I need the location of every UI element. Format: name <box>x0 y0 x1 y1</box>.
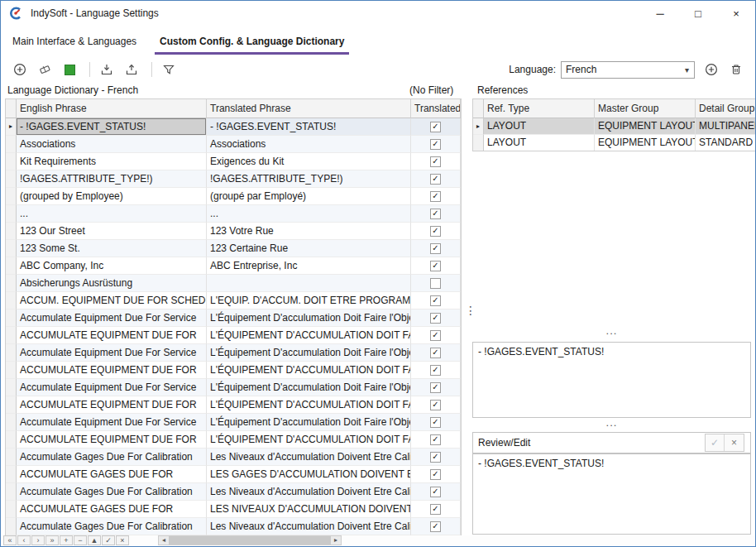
translated-flag-cell[interactable]: ✓ <box>411 379 461 396</box>
translated-checkbox[interactable]: ✓ <box>430 174 441 185</box>
export-dictionary-button[interactable] <box>121 60 142 79</box>
dictionary-row[interactable]: Accumulate Equipment Due For ServiceL'Éq… <box>6 309 461 327</box>
translated-phrase-cell[interactable]: L'ÉQUIPEMENT D'ACCUMULATION DOIT FAIRE L… <box>207 396 411 414</box>
english-phrase-cell[interactable]: Accumulate Gages Due For Calibration <box>17 518 207 535</box>
translated-phrase-cell[interactable]: Associations <box>207 136 411 153</box>
translated-flag-cell[interactable]: ✓ <box>411 240 461 257</box>
english-phrase-cell[interactable]: ... <box>17 205 207 223</box>
master-group-cell[interactable]: EQUIPMENT LAYOUTS <box>595 135 696 151</box>
english-phrase-cell[interactable]: ACCUM. EQUIPMENT DUE FOR SCHEDULE <box>17 292 207 309</box>
english-phrase-cell[interactable]: Accumulate Equipment Due For Service <box>17 379 207 396</box>
translated-flag-cell[interactable]: ✓ <box>411 170 461 188</box>
translated-phrase-cell[interactable]: Exigences du Kit <box>207 153 411 170</box>
dictionary-row[interactable]: Absicherungs Ausrüstung <box>6 275 461 292</box>
dictionary-row[interactable]: Accumulate Equipment Due For ServiceL'Éq… <box>6 344 461 362</box>
add-phrase-button[interactable] <box>9 60 31 79</box>
translated-checkbox[interactable]: ✓ <box>430 400 441 410</box>
col-translated-phrase[interactable]: Translated Phrase <box>207 99 411 118</box>
translated-checkbox[interactable]: ✓ <box>430 313 441 324</box>
translated-checkbox[interactable]: ✓ <box>430 365 441 376</box>
english-phrase-cell[interactable]: Kit Requirements <box>17 153 207 170</box>
delete-language-button[interactable] <box>725 60 747 79</box>
translated-phrase-cell[interactable]: - !GAGES.EVENT_STATUS! <box>207 118 411 136</box>
dictionary-row[interactable]: Accumulate Gages Due For CalibrationLes … <box>6 449 461 466</box>
translated-flag-cell[interactable]: ✓ <box>411 449 461 466</box>
translated-checkbox[interactable]: ✓ <box>430 348 441 358</box>
dictionary-row[interactable]: ......✓ <box>6 205 461 223</box>
dictionary-row[interactable]: 123 Our Street123 Votre Rue✓ <box>6 223 461 240</box>
reference-row[interactable]: ▸LAYOUTEQUIPMENT LAYOUTSMULTIPANEL- <box>473 118 756 135</box>
translated-flag-cell[interactable]: ✓ <box>411 257 461 275</box>
translated-flag-cell[interactable]: ✓ <box>411 344 461 362</box>
col-detail-group[interactable]: Detail Group <box>696 99 756 118</box>
english-phrase-cell[interactable]: Accumulate Gages Due For Calibration <box>17 483 207 501</box>
translated-checkbox[interactable]: ✓ <box>430 382 441 393</box>
dictionary-row[interactable]: ACCUMULATE EQUIPMENT DUE FORL'ÉQUIPEMENT… <box>6 396 461 414</box>
translated-phrase-cell[interactable]: L'Équipement D'accumulation Doit Faire l… <box>207 379 411 396</box>
dictionary-row[interactable]: ACCUM. EQUIPMENT DUE FOR SCHEDULEL'EQUIP… <box>6 292 461 309</box>
dictionary-row[interactable]: Accumulate Gages Due For CalibrationLes … <box>6 483 461 501</box>
translated-flag-cell[interactable]: ✓ <box>411 518 461 535</box>
accept-edit-button[interactable]: ✓ <box>706 434 725 451</box>
translated-flag-cell[interactable]: ✓ <box>411 223 461 240</box>
review-splitter[interactable]: ... <box>472 420 751 430</box>
erase-translation-button[interactable] <box>34 60 55 79</box>
translated-checkbox[interactable]: ✓ <box>430 156 441 167</box>
english-phrase-cell[interactable]: ACCUMULATE GAGES DUE FOR <box>17 466 207 483</box>
prev-record-button[interactable]: ‹ <box>17 535 31 545</box>
dictionary-row[interactable]: Accumulate Gages Due For CalibrationLes … <box>6 518 461 535</box>
chevron-down-icon[interactable]: ▾ <box>680 65 694 74</box>
translated-checkbox[interactable]: ✓ <box>430 434 441 445</box>
close-button[interactable]: × <box>717 1 755 26</box>
translated-phrase-cell[interactable]: 123 Certaine Rue <box>207 240 411 257</box>
translated-phrase-cell[interactable]: !GAGES.ATTRIBUTE_TYPE!) <box>207 170 411 188</box>
translated-phrase-cell[interactable]: L'EQUIP. D'ACCUM. DOIT ETRE PROGRAMMÉ <box>207 292 411 309</box>
translated-checkbox[interactable]: ✓ <box>430 487 441 497</box>
reference-row[interactable]: LAYOUTEQUIPMENT LAYOUTSSTANDARD <box>473 135 756 151</box>
english-phrase-cell[interactable]: Absicherungs Ausrüstung <box>17 275 207 292</box>
dictionary-row[interactable]: ABC Company, IncABC Entreprise, Inc✓ <box>6 257 461 275</box>
english-phrase-cell[interactable]: Accumulate Gages Due For Calibration <box>17 449 207 466</box>
dictionary-row[interactable]: ▸- !GAGES.EVENT_STATUS!- !GAGES.EVENT_ST… <box>6 118 461 136</box>
translated-flag-cell[interactable]: ✓ <box>411 205 461 223</box>
dictionary-row[interactable]: ACCUMULATE GAGES DUE FORLES GAGES D'ACCU… <box>6 466 461 483</box>
first-record-button[interactable]: « <box>3 535 17 545</box>
insert-record-button[interactable]: + <box>60 535 73 545</box>
dictionary-row[interactable]: ACCUMULATE EQUIPMENT DUE FORL'ÉQUIPEMENT… <box>6 327 461 344</box>
english-phrase-cell[interactable]: Accumulate Equipment Due For Service <box>17 414 207 431</box>
cancel-edit-button[interactable]: × <box>725 434 744 451</box>
translated-flag-cell[interactable]: ✓ <box>411 292 461 309</box>
translated-phrase-cell[interactable]: 123 Votre Rue <box>207 223 411 240</box>
dictionary-row[interactable]: Accumulate Equipment Due For ServiceL'Éq… <box>6 414 461 431</box>
translated-checkbox[interactable] <box>430 278 441 289</box>
translated-checkbox[interactable]: ✓ <box>430 209 441 219</box>
translated-phrase-cell[interactable]: LES GAGES D'ACCUMULATION DOIVENT ETRE CA <box>207 466 411 483</box>
translated-flag-cell[interactable]: ✓ <box>411 136 461 153</box>
filter-button[interactable] <box>158 60 179 79</box>
english-phrase-cell[interactable]: ACCUMULATE EQUIPMENT DUE FOR <box>17 396 207 414</box>
translated-checkbox[interactable]: ✓ <box>430 521 441 532</box>
edit-record-button[interactable]: ▲ <box>88 535 101 545</box>
english-phrase-cell[interactable]: - !GAGES.EVENT_STATUS! <box>17 118 207 136</box>
translated-flag-cell[interactable]: ✓ <box>411 414 461 431</box>
translated-phrase-cell[interactable]: (groupé par Employé) <box>207 188 411 205</box>
panel-splitter[interactable]: ⋮ <box>465 299 471 324</box>
english-phrase-cell[interactable]: Accumulate Equipment Due For Service <box>17 309 207 327</box>
english-phrase-cell[interactable]: Associations <box>17 136 207 153</box>
translated-phrase-cell[interactable]: ABC Entreprise, Inc <box>207 257 411 275</box>
delete-record-button[interactable]: − <box>74 535 87 545</box>
translated-flag-cell[interactable]: ✓ <box>411 466 461 483</box>
translated-phrase-cell[interactable]: L'ÉQUIPEMENT D'ACCUMULATION DOIT FAIRE L… <box>207 362 411 379</box>
english-phrase-cell[interactable]: (grouped by Employee) <box>17 188 207 205</box>
translated-checkbox[interactable]: ✓ <box>430 504 441 515</box>
translated-flag-cell[interactable]: ✓ <box>411 188 461 205</box>
translated-phrase-cell[interactable] <box>207 275 411 292</box>
add-language-button[interactable] <box>701 60 722 79</box>
cancel-edit-button[interactable]: × <box>116 535 129 545</box>
dictionary-row[interactable]: AssociationsAssociations✓ <box>6 136 461 153</box>
phrase-preview-box[interactable]: - !GAGES.EVENT_STATUS! <box>472 342 751 418</box>
col-translated-flag[interactable]: Translated <box>411 99 461 118</box>
col-english-phrase[interactable]: English Phrase <box>17 99 207 118</box>
col-ref-type[interactable]: Ref. Type <box>484 99 595 118</box>
english-phrase-cell[interactable]: ACCUMULATE GAGES DUE FOR <box>17 501 207 518</box>
